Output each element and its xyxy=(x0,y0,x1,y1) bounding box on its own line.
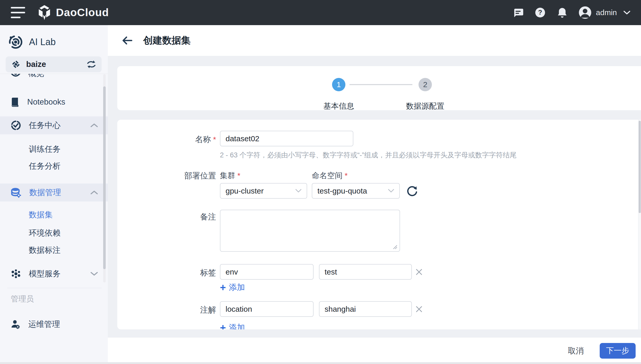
page-title: 创建数据集 xyxy=(143,34,191,47)
back-arrow-icon[interactable] xyxy=(122,36,132,45)
remark-textarea[interactable] xyxy=(220,210,400,252)
topbar-actions: ? admin xyxy=(501,6,630,19)
sidebar-divider xyxy=(7,288,102,288)
database-gear-icon xyxy=(11,187,22,198)
chevron-up-icon[interactable] xyxy=(90,190,98,195)
footer-action-bar: 取消 下一步 xyxy=(108,338,641,364)
cluster-select[interactable]: gpu-cluster xyxy=(220,183,307,199)
remark-label: 备注 xyxy=(129,211,216,222)
workspace-switch-icon[interactable] xyxy=(87,60,96,68)
label-key-input[interactable] xyxy=(220,264,314,280)
step-1-indicator: 1 xyxy=(332,78,345,91)
refresh-icon[interactable] xyxy=(407,185,418,197)
form-scrollbar-thumb[interactable] xyxy=(639,121,641,213)
stepper: 1 2 基本信息 数据源配置 xyxy=(117,66,641,110)
user-gear-icon xyxy=(11,319,21,329)
sidebar-item-task-analysis[interactable]: 任务分析 xyxy=(0,158,108,174)
name-hint: 2 - 63 个字符，必须由小写字母、数字字符或“-”组成，并且必须以字母开头及… xyxy=(220,150,517,160)
message-icon[interactable] xyxy=(513,7,523,18)
eye-icon xyxy=(11,74,21,77)
notification-bell-icon[interactable] xyxy=(557,7,568,18)
svg-text:?: ? xyxy=(538,8,542,16)
remove-label-close-icon[interactable] xyxy=(414,267,424,277)
topbar: DaoCloud ? admin xyxy=(0,0,641,25)
next-step-button[interactable]: 下一步 xyxy=(600,343,636,359)
remove-annotation-close-icon[interactable] xyxy=(414,305,424,314)
sidebar: AI Lab baize 概览 xyxy=(0,25,108,364)
sidebar-item-data-annotation[interactable]: 数据标注 xyxy=(0,242,108,258)
user-name[interactable]: admin xyxy=(596,8,617,17)
name-input[interactable] xyxy=(220,131,353,146)
add-label-button[interactable]: + 添加 xyxy=(220,282,245,293)
add-annotation-button[interactable]: + 添加 xyxy=(220,322,245,329)
sidebar-nav: 概览 Notebooks 任务中心 训练任务 任务 xyxy=(0,74,108,308)
sidebar-section-admin: 管理员 xyxy=(11,294,34,304)
sidebar-item-model-services[interactable]: 模型服务 xyxy=(0,265,108,283)
model-service-icon xyxy=(11,269,21,279)
basic-info-form: 名称* 2 - 63 个字符，必须由小写字母、数字字符或“-”组成，并且必须以字… xyxy=(117,120,641,329)
name-label: 名称* xyxy=(129,134,216,145)
annotation-value-input[interactable] xyxy=(319,301,412,317)
workspace-name: baize xyxy=(26,60,46,69)
chevron-down-icon[interactable] xyxy=(90,271,98,276)
plus-icon: + xyxy=(220,284,226,291)
hamburger-menu-icon[interactable] xyxy=(11,7,25,18)
product-header: AI Lab xyxy=(0,25,108,49)
sidebar-item-training-tasks[interactable]: 训练任务 xyxy=(0,141,108,157)
cancel-button[interactable]: 取消 xyxy=(568,346,584,356)
help-icon[interactable]: ? xyxy=(535,7,546,18)
task-center-icon xyxy=(11,120,21,130)
plus-icon: + xyxy=(220,324,226,329)
annotations-label: 注解 xyxy=(129,305,216,315)
chevron-up-icon[interactable] xyxy=(90,123,98,128)
deploy-location-label: 部署位置 xyxy=(129,170,216,181)
brand[interactable]: DaoCloud xyxy=(37,5,109,21)
main-content: 创建数据集 1 2 基本信息 数据源配置 名称* 2 - 63 个字符，必须由小… xyxy=(108,25,641,364)
chevron-down-icon[interactable] xyxy=(624,11,630,15)
avatar-icon[interactable] xyxy=(579,6,591,19)
labels-label: 标签 xyxy=(129,267,216,278)
sidebar-item-data-management[interactable]: 数据管理 xyxy=(0,184,108,201)
step-2-indicator: 2 xyxy=(419,78,432,91)
ai-lab-icon xyxy=(8,35,23,49)
sidebar-item-task-center[interactable]: 任务中心 xyxy=(0,116,108,134)
product-title: AI Lab xyxy=(29,37,56,47)
required-asterisk: * xyxy=(345,171,348,180)
required-asterisk: * xyxy=(213,135,216,144)
annotation-key-input[interactable] xyxy=(220,301,314,317)
workspace-selector[interactable]: baize xyxy=(6,56,102,72)
namespace-select[interactable]: test-gpu-quota xyxy=(312,183,400,199)
workspace-diamond-icon xyxy=(11,60,21,69)
page-header: 创建数据集 xyxy=(108,25,641,56)
select-chevron-icon xyxy=(388,189,394,193)
horizontal-scrollbar-track[interactable] xyxy=(0,362,641,364)
select-chevron-icon xyxy=(295,189,302,193)
step-2-label: 数据源配置 xyxy=(392,101,459,112)
sidebar-item-notebooks[interactable]: Notebooks xyxy=(0,94,108,110)
step-connector xyxy=(349,84,412,85)
cluster-label: 集群* xyxy=(220,170,240,181)
sidebar-item-env-dependencies[interactable]: 环境依赖 xyxy=(0,225,108,241)
sidebar-scrollbar-thumb[interactable] xyxy=(103,86,106,269)
sidebar-item-datasets[interactable]: 数据集 xyxy=(0,207,108,223)
brand-cube-icon xyxy=(37,5,52,21)
namespace-label: 命名空间* xyxy=(312,170,348,181)
required-asterisk: * xyxy=(237,171,240,180)
brand-name: DaoCloud xyxy=(56,6,109,19)
label-value-input[interactable] xyxy=(319,264,412,280)
sidebar-item-overview[interactable]: 概览 xyxy=(0,74,108,82)
notebook-icon xyxy=(11,97,20,107)
step-1-label: 基本信息 xyxy=(305,101,372,112)
sidebar-item-ops-management[interactable]: 运维管理 xyxy=(0,316,108,332)
